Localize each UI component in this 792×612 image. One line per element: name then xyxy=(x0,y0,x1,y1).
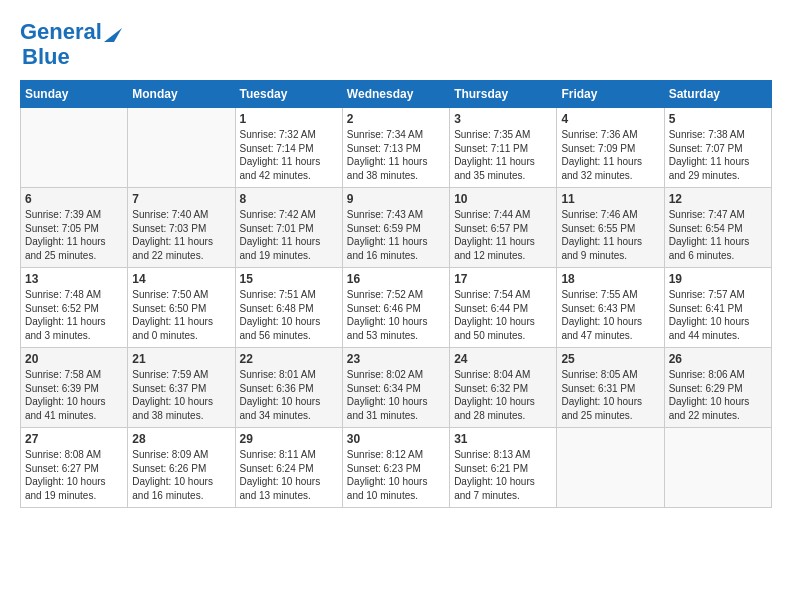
calendar-week-3: 13Sunrise: 7:48 AM Sunset: 6:52 PM Dayli… xyxy=(21,268,772,348)
day-info: Sunrise: 7:58 AM Sunset: 6:39 PM Dayligh… xyxy=(25,368,123,422)
calendar-cell: 21Sunrise: 7:59 AM Sunset: 6:37 PM Dayli… xyxy=(128,348,235,428)
day-info: Sunrise: 7:48 AM Sunset: 6:52 PM Dayligh… xyxy=(25,288,123,342)
calendar-cell: 2Sunrise: 7:34 AM Sunset: 7:13 PM Daylig… xyxy=(342,108,449,188)
day-number: 31 xyxy=(454,432,552,446)
calendar-header: SundayMondayTuesdayWednesdayThursdayFrid… xyxy=(21,81,772,108)
calendar-cell xyxy=(557,428,664,508)
calendar-cell: 10Sunrise: 7:44 AM Sunset: 6:57 PM Dayli… xyxy=(450,188,557,268)
day-info: Sunrise: 8:01 AM Sunset: 6:36 PM Dayligh… xyxy=(240,368,338,422)
day-number: 30 xyxy=(347,432,445,446)
calendar-week-4: 20Sunrise: 7:58 AM Sunset: 6:39 PM Dayli… xyxy=(21,348,772,428)
day-number: 27 xyxy=(25,432,123,446)
logo-bird-icon xyxy=(104,20,122,42)
day-info: Sunrise: 7:43 AM Sunset: 6:59 PM Dayligh… xyxy=(347,208,445,262)
weekday-header-saturday: Saturday xyxy=(664,81,771,108)
logo-blue-text: Blue xyxy=(22,44,70,69)
day-number: 6 xyxy=(25,192,123,206)
day-info: Sunrise: 8:08 AM Sunset: 6:27 PM Dayligh… xyxy=(25,448,123,502)
calendar-cell: 25Sunrise: 8:05 AM Sunset: 6:31 PM Dayli… xyxy=(557,348,664,428)
day-number: 21 xyxy=(132,352,230,366)
weekday-header-tuesday: Tuesday xyxy=(235,81,342,108)
calendar-week-5: 27Sunrise: 8:08 AM Sunset: 6:27 PM Dayli… xyxy=(21,428,772,508)
day-info: Sunrise: 7:50 AM Sunset: 6:50 PM Dayligh… xyxy=(132,288,230,342)
calendar-cell: 26Sunrise: 8:06 AM Sunset: 6:29 PM Dayli… xyxy=(664,348,771,428)
calendar-cell: 1Sunrise: 7:32 AM Sunset: 7:14 PM Daylig… xyxy=(235,108,342,188)
calendar-cell: 29Sunrise: 8:11 AM Sunset: 6:24 PM Dayli… xyxy=(235,428,342,508)
day-info: Sunrise: 8:12 AM Sunset: 6:23 PM Dayligh… xyxy=(347,448,445,502)
day-number: 29 xyxy=(240,432,338,446)
day-info: Sunrise: 7:42 AM Sunset: 7:01 PM Dayligh… xyxy=(240,208,338,262)
day-info: Sunrise: 7:51 AM Sunset: 6:48 PM Dayligh… xyxy=(240,288,338,342)
logo: General Blue xyxy=(20,20,122,70)
day-info: Sunrise: 8:11 AM Sunset: 6:24 PM Dayligh… xyxy=(240,448,338,502)
day-info: Sunrise: 8:02 AM Sunset: 6:34 PM Dayligh… xyxy=(347,368,445,422)
day-info: Sunrise: 7:34 AM Sunset: 7:13 PM Dayligh… xyxy=(347,128,445,182)
calendar-cell: 23Sunrise: 8:02 AM Sunset: 6:34 PM Dayli… xyxy=(342,348,449,428)
day-info: Sunrise: 8:05 AM Sunset: 6:31 PM Dayligh… xyxy=(561,368,659,422)
calendar-cell: 6Sunrise: 7:39 AM Sunset: 7:05 PM Daylig… xyxy=(21,188,128,268)
day-info: Sunrise: 7:38 AM Sunset: 7:07 PM Dayligh… xyxy=(669,128,767,182)
day-info: Sunrise: 7:40 AM Sunset: 7:03 PM Dayligh… xyxy=(132,208,230,262)
calendar-cell: 19Sunrise: 7:57 AM Sunset: 6:41 PM Dayli… xyxy=(664,268,771,348)
day-info: Sunrise: 8:13 AM Sunset: 6:21 PM Dayligh… xyxy=(454,448,552,502)
day-number: 19 xyxy=(669,272,767,286)
day-number: 25 xyxy=(561,352,659,366)
day-info: Sunrise: 7:36 AM Sunset: 7:09 PM Dayligh… xyxy=(561,128,659,182)
day-number: 20 xyxy=(25,352,123,366)
calendar-cell: 20Sunrise: 7:58 AM Sunset: 6:39 PM Dayli… xyxy=(21,348,128,428)
calendar-cell: 18Sunrise: 7:55 AM Sunset: 6:43 PM Dayli… xyxy=(557,268,664,348)
day-number: 16 xyxy=(347,272,445,286)
day-info: Sunrise: 7:57 AM Sunset: 6:41 PM Dayligh… xyxy=(669,288,767,342)
calendar-cell: 11Sunrise: 7:46 AM Sunset: 6:55 PM Dayli… xyxy=(557,188,664,268)
weekday-header-sunday: Sunday xyxy=(21,81,128,108)
day-number: 18 xyxy=(561,272,659,286)
calendar-cell: 15Sunrise: 7:51 AM Sunset: 6:48 PM Dayli… xyxy=(235,268,342,348)
day-number: 2 xyxy=(347,112,445,126)
calendar-cell: 24Sunrise: 8:04 AM Sunset: 6:32 PM Dayli… xyxy=(450,348,557,428)
day-number: 22 xyxy=(240,352,338,366)
day-number: 17 xyxy=(454,272,552,286)
weekday-header-row: SundayMondayTuesdayWednesdayThursdayFrid… xyxy=(21,81,772,108)
day-number: 5 xyxy=(669,112,767,126)
weekday-header-thursday: Thursday xyxy=(450,81,557,108)
day-info: Sunrise: 7:32 AM Sunset: 7:14 PM Dayligh… xyxy=(240,128,338,182)
day-number: 14 xyxy=(132,272,230,286)
day-info: Sunrise: 7:55 AM Sunset: 6:43 PM Dayligh… xyxy=(561,288,659,342)
day-number: 28 xyxy=(132,432,230,446)
svg-marker-0 xyxy=(104,28,122,42)
calendar-cell xyxy=(664,428,771,508)
weekday-header-friday: Friday xyxy=(557,81,664,108)
day-info: Sunrise: 7:47 AM Sunset: 6:54 PM Dayligh… xyxy=(669,208,767,262)
day-number: 8 xyxy=(240,192,338,206)
day-number: 10 xyxy=(454,192,552,206)
calendar-cell: 8Sunrise: 7:42 AM Sunset: 7:01 PM Daylig… xyxy=(235,188,342,268)
calendar-week-2: 6Sunrise: 7:39 AM Sunset: 7:05 PM Daylig… xyxy=(21,188,772,268)
calendar-cell xyxy=(128,108,235,188)
day-number: 26 xyxy=(669,352,767,366)
weekday-header-wednesday: Wednesday xyxy=(342,81,449,108)
calendar-cell: 3Sunrise: 7:35 AM Sunset: 7:11 PM Daylig… xyxy=(450,108,557,188)
day-number: 24 xyxy=(454,352,552,366)
logo-text: General xyxy=(20,20,102,44)
calendar-week-1: 1Sunrise: 7:32 AM Sunset: 7:14 PM Daylig… xyxy=(21,108,772,188)
day-number: 3 xyxy=(454,112,552,126)
day-info: Sunrise: 7:59 AM Sunset: 6:37 PM Dayligh… xyxy=(132,368,230,422)
day-info: Sunrise: 8:06 AM Sunset: 6:29 PM Dayligh… xyxy=(669,368,767,422)
calendar-cell: 17Sunrise: 7:54 AM Sunset: 6:44 PM Dayli… xyxy=(450,268,557,348)
calendar-cell: 9Sunrise: 7:43 AM Sunset: 6:59 PM Daylig… xyxy=(342,188,449,268)
day-number: 7 xyxy=(132,192,230,206)
day-info: Sunrise: 7:39 AM Sunset: 7:05 PM Dayligh… xyxy=(25,208,123,262)
day-number: 23 xyxy=(347,352,445,366)
calendar-cell xyxy=(21,108,128,188)
calendar-body: 1Sunrise: 7:32 AM Sunset: 7:14 PM Daylig… xyxy=(21,108,772,508)
day-number: 15 xyxy=(240,272,338,286)
calendar-cell: 30Sunrise: 8:12 AM Sunset: 6:23 PM Dayli… xyxy=(342,428,449,508)
calendar-table: SundayMondayTuesdayWednesdayThursdayFrid… xyxy=(20,80,772,508)
day-info: Sunrise: 7:44 AM Sunset: 6:57 PM Dayligh… xyxy=(454,208,552,262)
calendar-cell: 13Sunrise: 7:48 AM Sunset: 6:52 PM Dayli… xyxy=(21,268,128,348)
calendar-cell: 16Sunrise: 7:52 AM Sunset: 6:46 PM Dayli… xyxy=(342,268,449,348)
calendar-cell: 7Sunrise: 7:40 AM Sunset: 7:03 PM Daylig… xyxy=(128,188,235,268)
calendar-cell: 28Sunrise: 8:09 AM Sunset: 6:26 PM Dayli… xyxy=(128,428,235,508)
calendar-cell: 22Sunrise: 8:01 AM Sunset: 6:36 PM Dayli… xyxy=(235,348,342,428)
day-number: 11 xyxy=(561,192,659,206)
